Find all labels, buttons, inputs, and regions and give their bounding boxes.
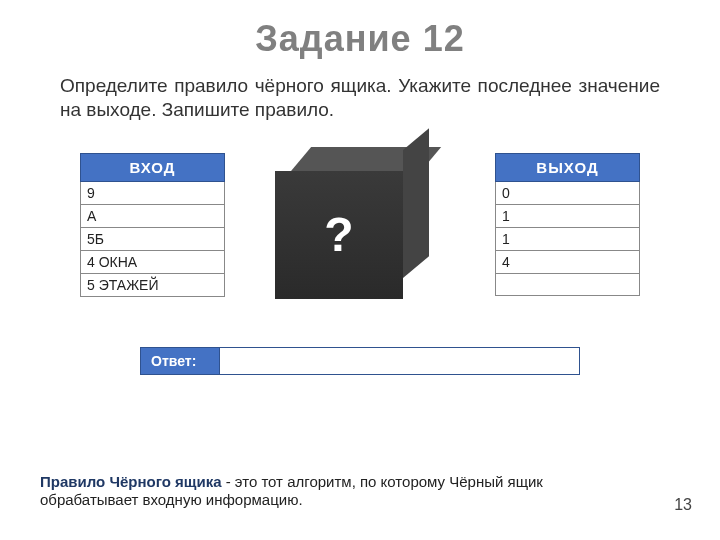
page-title: Задание 12 — [0, 18, 720, 60]
input-cell: А — [81, 204, 225, 227]
input-cell: 5Б — [81, 227, 225, 250]
output-cell: 4 — [496, 250, 640, 273]
output-table: ВЫХОД 0 1 1 4 — [495, 153, 640, 296]
output-cell: 1 — [496, 227, 640, 250]
output-cell: 0 — [496, 181, 640, 204]
output-cell: 1 — [496, 204, 640, 227]
input-cell: 9 — [81, 181, 225, 204]
input-cell: 4 ОКНА — [81, 250, 225, 273]
answer-row: Ответ: — [140, 347, 580, 375]
input-table: ВХОД 9 А 5Б 4 ОКНА 5 ЭТАЖЕЙ — [80, 153, 225, 297]
cube-side-face — [403, 128, 429, 278]
question-mark-icon: ? — [324, 207, 353, 262]
input-header: ВХОД — [81, 153, 225, 181]
black-box-cube: ? — [275, 147, 445, 307]
output-cell — [496, 273, 640, 295]
output-header: ВЫХОД — [496, 153, 640, 181]
page-number: 13 — [674, 496, 692, 514]
cube-front-face: ? — [275, 171, 403, 299]
task-prompt: Определите правило чёрного ящика. Укажит… — [60, 74, 660, 123]
content-area: ВХОД 9 А 5Б 4 ОКНА 5 ЭТАЖЕЙ ? ВЫХОД 0 1 … — [0, 153, 720, 307]
answer-label: Ответ: — [140, 347, 220, 375]
footnote: Правило Чёрного ящика - это тот алгоритм… — [40, 473, 550, 511]
footnote-term: Правило Чёрного ящика — [40, 473, 222, 490]
answer-input[interactable] — [220, 347, 580, 375]
input-cell: 5 ЭТАЖЕЙ — [81, 273, 225, 296]
